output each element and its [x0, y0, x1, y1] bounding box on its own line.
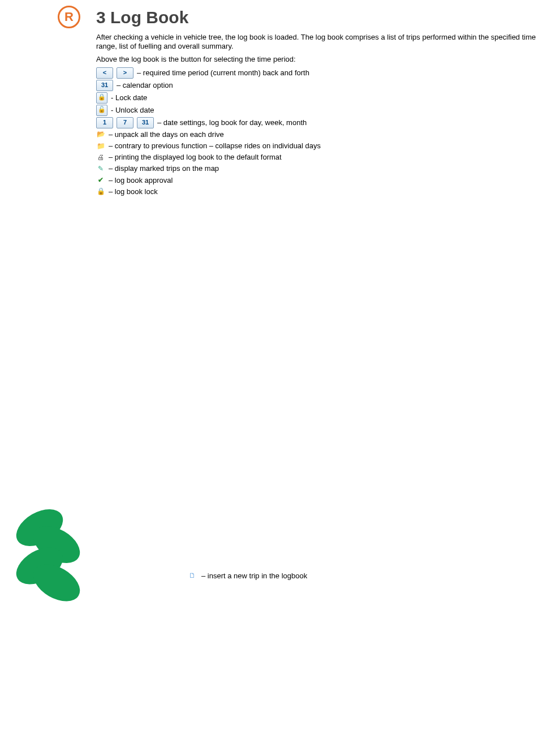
contrary-text: – contrary to previous function – collap…: [109, 141, 321, 151]
one-day-button[interactable]: 1: [96, 117, 113, 128]
page-title: 3 Log Book: [96, 8, 537, 27]
unpack-text: – unpack all the days on each drive: [109, 130, 224, 140]
date-settings-text: – date settings, log book for day, week,…: [157, 118, 307, 128]
display-marked-text: – display marked trips on the map: [109, 164, 219, 174]
registered-icon: R: [58, 6, 80, 28]
svg-point-0: [10, 502, 70, 554]
svg-point-3: [27, 557, 87, 609]
brand-watermark: R WEBDISPEČINK: [0, 0, 90, 622]
map-icon: ✎: [96, 164, 105, 173]
unpack-icon: 📂: [96, 130, 105, 139]
intro-paragraph-1: After checking a vehicle in vehicle tree…: [96, 33, 537, 51]
insert-text: – insert a new trip in the logbook: [201, 571, 307, 581]
seven-day-button[interactable]: 7: [117, 117, 133, 128]
collapse-icon: 📁: [96, 141, 105, 151]
next-period-button[interactable]: >: [117, 67, 133, 79]
required-period-text: – required time period (current month) b…: [137, 68, 309, 78]
calendar-button[interactable]: 31: [96, 80, 113, 91]
approval-text: – log book approval: [109, 175, 173, 186]
logo-icon: [6, 498, 90, 618]
svg-point-1: [27, 519, 87, 571]
calendar-option-text: – calendar option: [117, 80, 173, 91]
svg-point-2: [10, 540, 70, 592]
printing-text: – printing the displayed log book to the…: [109, 152, 282, 162]
new-trip-icon: 🗋: [96, 198, 198, 756]
intro-paragraph-2: Above the log book is the button for sel…: [96, 55, 537, 64]
lock-date-text: - Lock date: [111, 93, 147, 103]
lock-icon: 🔒: [96, 187, 105, 196]
thirtyone-day-button[interactable]: 31: [137, 117, 154, 128]
approval-icon: ✔: [96, 176, 105, 185]
unlock-date-button[interactable]: [96, 105, 107, 116]
lock-date-button[interactable]: [96, 92, 107, 104]
print-icon: 🖨: [96, 153, 105, 162]
unlock-date-text: - Unlock date: [111, 105, 154, 115]
prev-period-button[interactable]: <: [96, 67, 113, 79]
lock-text: – log book lock: [109, 187, 158, 197]
